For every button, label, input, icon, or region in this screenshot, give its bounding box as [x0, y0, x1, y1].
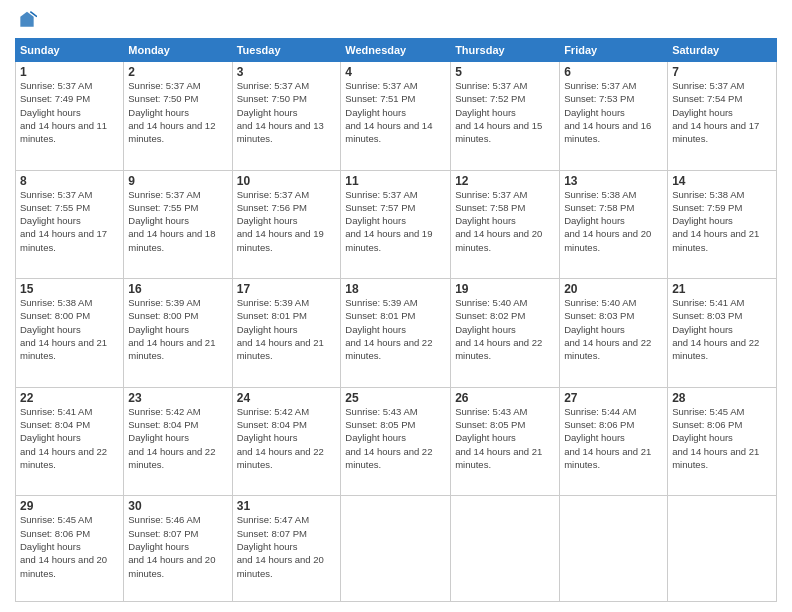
weekday-header-saturday: Saturday — [668, 39, 777, 62]
logo-text — [15, 10, 39, 30]
day-cell-31: 31Sunrise: 5:47 AMSunset: 8:07 PMDayligh… — [232, 496, 341, 602]
page: SundayMondayTuesdayWednesdayThursdayFrid… — [0, 0, 792, 612]
day-number-30: 30 — [128, 499, 227, 513]
day-number-20: 20 — [564, 282, 663, 296]
day-info-29: Sunrise: 5:45 AMSunset: 8:06 PMDaylight … — [20, 513, 119, 579]
day-info-6: Sunrise: 5:37 AMSunset: 7:53 PMDaylight … — [564, 79, 663, 145]
day-cell-24: 24Sunrise: 5:42 AMSunset: 8:04 PMDayligh… — [232, 387, 341, 496]
day-info-27: Sunrise: 5:44 AMSunset: 8:06 PMDaylight … — [564, 405, 663, 471]
day-cell-4: 4Sunrise: 5:37 AMSunset: 7:51 PMDaylight… — [341, 62, 451, 171]
day-info-20: Sunrise: 5:40 AMSunset: 8:03 PMDaylight … — [564, 296, 663, 362]
day-cell-18: 18Sunrise: 5:39 AMSunset: 8:01 PMDayligh… — [341, 279, 451, 388]
day-number-13: 13 — [564, 174, 663, 188]
day-number-25: 25 — [345, 391, 446, 405]
header — [15, 10, 777, 30]
day-cell-19: 19Sunrise: 5:40 AMSunset: 8:02 PMDayligh… — [451, 279, 560, 388]
day-info-26: Sunrise: 5:43 AMSunset: 8:05 PMDaylight … — [455, 405, 555, 471]
day-info-16: Sunrise: 5:39 AMSunset: 8:00 PMDaylight … — [128, 296, 227, 362]
day-cell-29: 29Sunrise: 5:45 AMSunset: 8:06 PMDayligh… — [16, 496, 124, 602]
day-cell-15: 15Sunrise: 5:38 AMSunset: 8:00 PMDayligh… — [16, 279, 124, 388]
day-info-21: Sunrise: 5:41 AMSunset: 8:03 PMDaylight … — [672, 296, 772, 362]
logo — [15, 10, 39, 30]
day-number-14: 14 — [672, 174, 772, 188]
day-cell-16: 16Sunrise: 5:39 AMSunset: 8:00 PMDayligh… — [124, 279, 232, 388]
day-number-22: 22 — [20, 391, 119, 405]
day-cell-17: 17Sunrise: 5:39 AMSunset: 8:01 PMDayligh… — [232, 279, 341, 388]
day-cell-7: 7Sunrise: 5:37 AMSunset: 7:54 PMDaylight… — [668, 62, 777, 171]
day-info-10: Sunrise: 5:37 AMSunset: 7:56 PMDaylight … — [237, 188, 337, 254]
day-cell-5: 5Sunrise: 5:37 AMSunset: 7:52 PMDaylight… — [451, 62, 560, 171]
day-number-24: 24 — [237, 391, 337, 405]
empty-cell — [560, 496, 668, 602]
logo-icon — [17, 10, 37, 30]
day-cell-20: 20Sunrise: 5:40 AMSunset: 8:03 PMDayligh… — [560, 279, 668, 388]
day-number-16: 16 — [128, 282, 227, 296]
day-number-15: 15 — [20, 282, 119, 296]
empty-cell — [451, 496, 560, 602]
day-cell-6: 6Sunrise: 5:37 AMSunset: 7:53 PMDaylight… — [560, 62, 668, 171]
day-number-6: 6 — [564, 65, 663, 79]
day-info-7: Sunrise: 5:37 AMSunset: 7:54 PMDaylight … — [672, 79, 772, 145]
weekday-header-sunday: Sunday — [16, 39, 124, 62]
day-number-29: 29 — [20, 499, 119, 513]
weekday-header-monday: Monday — [124, 39, 232, 62]
weekday-header-thursday: Thursday — [451, 39, 560, 62]
day-cell-22: 22Sunrise: 5:41 AMSunset: 8:04 PMDayligh… — [16, 387, 124, 496]
calendar-week-3: 15Sunrise: 5:38 AMSunset: 8:00 PMDayligh… — [16, 279, 777, 388]
day-info-3: Sunrise: 5:37 AMSunset: 7:50 PMDaylight … — [237, 79, 337, 145]
day-info-22: Sunrise: 5:41 AMSunset: 8:04 PMDaylight … — [20, 405, 119, 471]
day-cell-9: 9Sunrise: 5:37 AMSunset: 7:55 PMDaylight… — [124, 170, 232, 279]
day-number-11: 11 — [345, 174, 446, 188]
day-info-14: Sunrise: 5:38 AMSunset: 7:59 PMDaylight … — [672, 188, 772, 254]
day-cell-8: 8Sunrise: 5:37 AMSunset: 7:55 PMDaylight… — [16, 170, 124, 279]
day-cell-28: 28Sunrise: 5:45 AMSunset: 8:06 PMDayligh… — [668, 387, 777, 496]
day-info-1: Sunrise: 5:37 AMSunset: 7:49 PMDaylight … — [20, 79, 119, 145]
day-info-12: Sunrise: 5:37 AMSunset: 7:58 PMDaylight … — [455, 188, 555, 254]
day-number-1: 1 — [20, 65, 119, 79]
day-number-7: 7 — [672, 65, 772, 79]
day-number-12: 12 — [455, 174, 555, 188]
day-info-17: Sunrise: 5:39 AMSunset: 8:01 PMDaylight … — [237, 296, 337, 362]
day-cell-1: 1Sunrise: 5:37 AMSunset: 7:49 PMDaylight… — [16, 62, 124, 171]
empty-cell — [668, 496, 777, 602]
day-cell-26: 26Sunrise: 5:43 AMSunset: 8:05 PMDayligh… — [451, 387, 560, 496]
weekday-header-wednesday: Wednesday — [341, 39, 451, 62]
calendar-week-2: 8Sunrise: 5:37 AMSunset: 7:55 PMDaylight… — [16, 170, 777, 279]
calendar-week-4: 22Sunrise: 5:41 AMSunset: 8:04 PMDayligh… — [16, 387, 777, 496]
day-cell-10: 10Sunrise: 5:37 AMSunset: 7:56 PMDayligh… — [232, 170, 341, 279]
day-info-5: Sunrise: 5:37 AMSunset: 7:52 PMDaylight … — [455, 79, 555, 145]
day-info-19: Sunrise: 5:40 AMSunset: 8:02 PMDaylight … — [455, 296, 555, 362]
calendar-week-1: 1Sunrise: 5:37 AMSunset: 7:49 PMDaylight… — [16, 62, 777, 171]
day-cell-23: 23Sunrise: 5:42 AMSunset: 8:04 PMDayligh… — [124, 387, 232, 496]
empty-cell — [341, 496, 451, 602]
day-info-15: Sunrise: 5:38 AMSunset: 8:00 PMDaylight … — [20, 296, 119, 362]
day-info-13: Sunrise: 5:38 AMSunset: 7:58 PMDaylight … — [564, 188, 663, 254]
day-info-25: Sunrise: 5:43 AMSunset: 8:05 PMDaylight … — [345, 405, 446, 471]
day-number-4: 4 — [345, 65, 446, 79]
day-number-2: 2 — [128, 65, 227, 79]
day-info-9: Sunrise: 5:37 AMSunset: 7:55 PMDaylight … — [128, 188, 227, 254]
day-info-11: Sunrise: 5:37 AMSunset: 7:57 PMDaylight … — [345, 188, 446, 254]
day-info-30: Sunrise: 5:46 AMSunset: 8:07 PMDaylight … — [128, 513, 227, 579]
day-info-4: Sunrise: 5:37 AMSunset: 7:51 PMDaylight … — [345, 79, 446, 145]
day-cell-27: 27Sunrise: 5:44 AMSunset: 8:06 PMDayligh… — [560, 387, 668, 496]
day-cell-21: 21Sunrise: 5:41 AMSunset: 8:03 PMDayligh… — [668, 279, 777, 388]
day-number-18: 18 — [345, 282, 446, 296]
weekday-header-tuesday: Tuesday — [232, 39, 341, 62]
day-number-17: 17 — [237, 282, 337, 296]
calendar-table: SundayMondayTuesdayWednesdayThursdayFrid… — [15, 38, 777, 602]
day-number-5: 5 — [455, 65, 555, 79]
day-cell-2: 2Sunrise: 5:37 AMSunset: 7:50 PMDaylight… — [124, 62, 232, 171]
day-number-31: 31 — [237, 499, 337, 513]
day-number-27: 27 — [564, 391, 663, 405]
day-cell-13: 13Sunrise: 5:38 AMSunset: 7:58 PMDayligh… — [560, 170, 668, 279]
day-number-8: 8 — [20, 174, 119, 188]
day-number-19: 19 — [455, 282, 555, 296]
day-cell-3: 3Sunrise: 5:37 AMSunset: 7:50 PMDaylight… — [232, 62, 341, 171]
day-cell-12: 12Sunrise: 5:37 AMSunset: 7:58 PMDayligh… — [451, 170, 560, 279]
day-number-10: 10 — [237, 174, 337, 188]
day-number-3: 3 — [237, 65, 337, 79]
day-number-26: 26 — [455, 391, 555, 405]
day-info-8: Sunrise: 5:37 AMSunset: 7:55 PMDaylight … — [20, 188, 119, 254]
day-number-23: 23 — [128, 391, 227, 405]
